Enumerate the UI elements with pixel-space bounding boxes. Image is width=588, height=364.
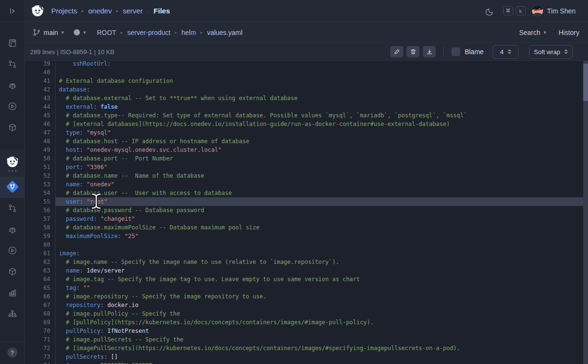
code-browser-active-icon[interactable] xyxy=(8,182,17,192)
stats-chart-icon[interactable] xyxy=(8,288,17,297)
user-name[interactable]: Tim Shen xyxy=(547,7,576,15)
line-number[interactable]: 39 xyxy=(24,61,56,68)
issues-bug-icon[interactable] xyxy=(8,80,17,90)
line-number[interactable]: 53 xyxy=(24,180,56,189)
path-separator-icon: ▸ xyxy=(121,30,123,35)
line-number[interactable]: 49 xyxy=(24,146,56,154)
path-helm[interactable]: helm xyxy=(181,29,196,36)
code-line: 69 # [pullPolicy](https://kubernetes.io/… xyxy=(24,318,588,327)
dark-mode-moon-icon[interactable] xyxy=(485,6,494,16)
line-content: # database.user -- User with access to d… xyxy=(56,189,588,197)
line-content: # database.host -- IP address or hostnam… xyxy=(56,137,588,146)
line-number[interactable]: 40 xyxy=(24,68,56,77)
line-number[interactable]: 71 xyxy=(24,335,56,344)
help-icon[interactable]: ? xyxy=(7,348,17,358)
line-number[interactable]: 74 xyxy=(24,361,56,364)
edit-file-button[interactable] xyxy=(390,46,403,57)
line-number[interactable]: 56 xyxy=(24,206,56,215)
spinner-arrows-icon xyxy=(508,49,511,54)
line-number[interactable]: 58 xyxy=(24,223,56,232)
line-number[interactable]: 67 xyxy=(24,301,56,309)
line-number[interactable]: 47 xyxy=(24,128,56,137)
line-number[interactable]: 41 xyxy=(24,77,56,85)
builds-play-icon[interactable] xyxy=(8,102,17,111)
code-line: 63 name: 1dev/server xyxy=(24,266,588,275)
breadcrumb-separator-icon: ▸ xyxy=(116,8,118,13)
line-content: # database.name -- Name of the database xyxy=(56,171,588,180)
code-line: 64 # image.tag -- Specify the image tag … xyxy=(24,275,588,284)
rail-divider xyxy=(0,197,24,198)
hierarchy-sitemap-icon[interactable] xyxy=(8,309,17,318)
line-content xyxy=(56,68,588,77)
line-number[interactable]: 46 xyxy=(24,120,56,128)
search-menu[interactable]: Search xyxy=(519,29,540,36)
code-line: 43 # database.external -- Set to **true*… xyxy=(24,94,588,102)
line-number[interactable]: 48 xyxy=(24,137,56,146)
breadcrumb-projects[interactable]: Projects xyxy=(51,7,77,15)
project-avatar-onedev[interactable] xyxy=(6,156,19,168)
download-file-button[interactable] xyxy=(423,46,436,57)
docs-book-icon[interactable] xyxy=(8,38,17,48)
breadcrumb-project-server[interactable]: server xyxy=(123,7,143,15)
scrollbar-track[interactable] xyxy=(583,61,588,364)
scrollbar-thumb[interactable] xyxy=(583,64,588,101)
pull-requests-icon[interactable] xyxy=(8,59,17,69)
line-number[interactable]: 69 xyxy=(24,318,56,327)
line-number[interactable]: 45 xyxy=(24,111,56,120)
blame-checkbox[interactable] xyxy=(452,47,460,56)
line-number[interactable]: 57 xyxy=(24,215,56,223)
delete-file-button[interactable] xyxy=(407,46,419,57)
code-line: 71 # image.pullSecrets -- Specify the xyxy=(24,335,588,344)
code-line: 40 xyxy=(24,68,588,77)
more-dots-icon[interactable] xyxy=(8,171,16,172)
wrap-mode-select[interactable]: Soft wrap xyxy=(529,45,573,59)
line-number[interactable]: 64 xyxy=(24,275,56,284)
line-number[interactable]: 52 xyxy=(24,171,56,180)
line-content: pullPolicy: IfNotPresent xyxy=(56,327,588,335)
file-info: 289 lines | ISO-8859-1 | 10 KB xyxy=(30,48,114,56)
line-number[interactable]: 54 xyxy=(24,189,56,197)
line-number[interactable]: 50 xyxy=(24,154,56,163)
line-number[interactable]: 42 xyxy=(24,85,56,94)
line-number[interactable]: 66 xyxy=(24,292,56,301)
line-number[interactable]: 43 xyxy=(24,94,56,102)
code-line: 51 port: "3306" xyxy=(24,163,588,171)
line-number[interactable]: 63 xyxy=(24,266,56,275)
line-number[interactable]: 73 xyxy=(24,353,56,361)
user-avatar[interactable] xyxy=(532,5,543,16)
line-number[interactable]: 60 xyxy=(24,240,56,249)
path-server-product[interactable]: server-product xyxy=(127,29,170,36)
line-number[interactable]: 70 xyxy=(24,327,56,335)
project-builds-play-icon[interactable] xyxy=(8,246,17,255)
project-pull-requests-icon[interactable] xyxy=(8,204,17,213)
file-toolbar: 289 lines | ISO-8859-1 | 10 KB Blame 4 S… xyxy=(24,43,588,61)
line-number[interactable]: 55 xyxy=(24,197,56,206)
onedev-logo-icon[interactable] xyxy=(31,4,44,17)
scope-selector-dot[interactable] xyxy=(74,29,80,35)
line-number[interactable]: 65 xyxy=(24,284,56,292)
sidebar-expand-icon[interactable] xyxy=(8,6,17,16)
history-link[interactable]: History xyxy=(558,29,579,36)
line-number[interactable]: 59 xyxy=(24,232,56,240)
path-root[interactable]: ROOT xyxy=(97,29,116,36)
project-packages-icon[interactable] xyxy=(8,267,17,276)
code-viewer[interactable]: 39 sshRootUrl:4041# External database co… xyxy=(24,61,588,364)
code-line: 52 # database.name -- Name of the databa… xyxy=(24,171,588,180)
tab-size-select[interactable]: 4 xyxy=(493,45,519,59)
line-number[interactable]: 61 xyxy=(24,249,56,258)
blame-label[interactable]: Blame xyxy=(464,48,484,56)
line-number[interactable]: 44 xyxy=(24,102,56,111)
code-line: 62 # image.name -- Specify the image nam… xyxy=(24,258,588,266)
wrap-mode-value: Soft wrap xyxy=(534,48,560,56)
project-issues-bug-icon[interactable] xyxy=(8,225,17,234)
chevron-down-icon: ▼ xyxy=(82,30,87,35)
packages-icon[interactable] xyxy=(8,123,17,132)
breadcrumb-project-onedev[interactable]: onedev xyxy=(88,7,112,15)
line-content: maximumPoolSize: "25" xyxy=(56,232,588,240)
branch-selector[interactable]: main xyxy=(44,29,58,36)
line-content: # database.password -- Database password xyxy=(56,206,588,215)
line-number[interactable]: 62 xyxy=(24,258,56,266)
line-number[interactable]: 72 xyxy=(24,344,56,353)
line-number[interactable]: 68 xyxy=(24,309,56,318)
line-number[interactable]: 51 xyxy=(24,163,56,171)
